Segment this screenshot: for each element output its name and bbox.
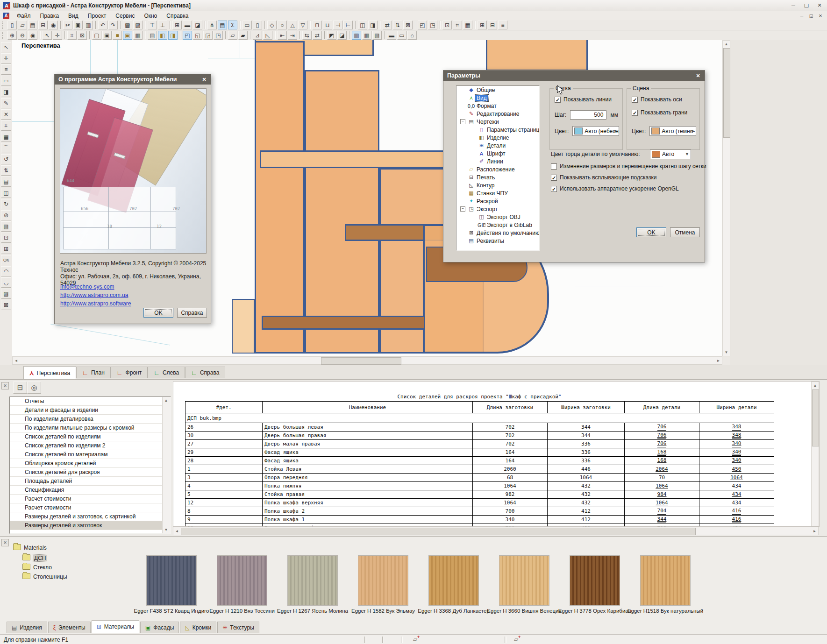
report-list-item[interactable]: Площадь деталей — [10, 477, 162, 486]
tree-item[interactable]: GIB Экспорт в GibLab — [456, 221, 539, 229]
toolbar-button[interactable]: ⋔ — [207, 21, 217, 29]
snap-cube-icon[interactable]: ▱ — [413, 636, 417, 643]
toolbar-button[interactable]: ◫ — [358, 21, 367, 29]
table-row[interactable]: 28 Фасад ящика 164 336 168 340 — [185, 457, 774, 465]
toolbar-button[interactable]: ⊔ — [323, 21, 332, 29]
tree-item[interactable]: ◫ Экспорт OBJ — [456, 213, 539, 221]
tree-item[interactable]: 0,0 Формат — [456, 102, 539, 110]
checkbox-icon[interactable] — [551, 163, 557, 170]
toolbar-button[interactable]: ⊓ — [313, 21, 322, 29]
scroll-left-icon[interactable]: ◄ — [173, 528, 180, 535]
report-list-item[interactable]: Размеры деталей и заготовок, с картинкой — [10, 512, 162, 521]
hscroll-thumb[interactable] — [181, 528, 696, 535]
toolbar-button[interactable]: ◳ — [428, 21, 437, 29]
panel-close-icon[interactable]: ✕ — [1, 382, 9, 389]
about-link[interactable]: http://www.astrapro.software — [60, 300, 131, 307]
tool-button[interactable]: ≡ — [1, 64, 11, 75]
toolbar-button[interactable]: ◱ — [193, 31, 202, 40]
parameters-cancel-button[interactable]: Отмена — [670, 227, 700, 237]
toolbar-button[interactable]: ▦ — [463, 21, 472, 29]
step-input[interactable]: 500 — [570, 110, 606, 120]
toolbar-button[interactable]: ◺ — [263, 31, 272, 40]
tree-item[interactable]: ⊞ Детали — [456, 142, 539, 149]
tree-item[interactable]: ✎ Редактирование — [456, 110, 539, 118]
toolbar-button[interactable]: ⇄ — [383, 21, 392, 29]
print-preview-button[interactable]: ◎ — [27, 382, 41, 394]
scroll-down-icon[interactable]: ▼ — [163, 526, 170, 533]
tree-item[interactable]: ⋏ Вид — [456, 94, 539, 102]
toolbar-button[interactable]: ⊟ — [38, 21, 48, 29]
child-restore-icon[interactable]: ◱ — [806, 12, 816, 19]
toolbar-button[interactable]: ▭ — [397, 31, 406, 40]
table-row[interactable]: 27 Дверь малая правая 702 336 706 340 — [185, 440, 774, 448]
checkbox-icon[interactable]: ✓ — [551, 186, 557, 192]
table-row[interactable]: 12 Полка шкафа верхняя 1064 432 1064 434 — [185, 499, 774, 507]
toolbar-button[interactable]: Σ — [228, 21, 237, 29]
toolbar-button[interactable]: ▤ — [28, 21, 37, 29]
toolbar-button[interactable]: ⊖ — [18, 31, 27, 40]
maximize-icon[interactable]: ▢ — [800, 1, 813, 10]
hscroll-thumb[interactable] — [321, 357, 401, 365]
tree-item[interactable]: ◆ Общие — [456, 86, 539, 94]
toolbar-button[interactable]: ▭ — [242, 21, 252, 29]
close-icon[interactable]: ✕ — [200, 76, 208, 83]
toolbar-button[interactable]: ▣ — [73, 21, 83, 29]
reports-list-scrollbar[interactable]: ▲ ▼ — [162, 397, 171, 533]
materials-tree-item[interactable]: ДСП — [22, 554, 67, 564]
bottom-tab[interactable]: ▤ Изделия — [7, 622, 47, 633]
tool-button[interactable]: ⌗ — [1, 120, 11, 131]
toolbar-button[interactable]: ▰ — [238, 31, 248, 40]
tool-button[interactable]: ↖ — [1, 42, 11, 52]
toolbar-button[interactable]: ⊿ — [253, 31, 262, 40]
toolbar-button[interactable]: ▩ — [123, 21, 132, 29]
scroll-up-icon[interactable]: ▲ — [163, 397, 170, 404]
close-icon[interactable]: ✕ — [813, 1, 826, 10]
tree-item[interactable]: ▯ Параметры страницы — [456, 126, 539, 134]
toolbar-button[interactable]: ◲ — [203, 31, 213, 40]
tool-button[interactable]: ◨ — [1, 87, 11, 97]
report-list-item[interactable]: Расчет стоимости — [10, 495, 162, 503]
materials-tree-root[interactable]: Materials — [13, 544, 47, 551]
viewport-hscrollbar[interactable]: ◄ ► — [12, 356, 722, 365]
about-link[interactable]: info@techno-sys.com — [60, 283, 114, 290]
scene-color-select[interactable]: Авто (темно- ▼ — [649, 126, 696, 136]
preview-vscrollbar[interactable]: ▲ — [811, 382, 819, 526]
material-swatch[interactable] — [217, 555, 267, 606]
toolbar-button[interactable]: ▥ — [352, 31, 361, 40]
toolbar-button[interactable]: ⌂ — [407, 31, 417, 40]
toolbar-button[interactable]: ▤ — [218, 21, 227, 29]
report-list-item[interactable]: Отчеты — [10, 397, 162, 406]
bottom-tab[interactable]: ▣ Фасады — [140, 622, 179, 633]
tree-item[interactable]: ◧ Изделие — [456, 134, 539, 142]
toolbar-button[interactable]: ⊟ — [488, 21, 497, 29]
menu-item[interactable]: Справка — [162, 12, 193, 20]
table-row[interactable]: 30 Дверь большая правая 702 344 706 348 — [185, 432, 774, 440]
toolbar-button[interactable]: ▽ — [298, 21, 307, 29]
tree-item[interactable]: ▦ Станки ЧПУ — [456, 189, 539, 197]
tree-item[interactable]: A Шрифт — [456, 149, 539, 157]
parameters-dialog-title[interactable]: Параметры ✕ — [443, 71, 705, 81]
menu-item[interactable]: Правка — [36, 12, 64, 20]
view-tab[interactable]: ∟ Справа — [185, 367, 225, 378]
panel-close-icon[interactable]: ✕ — [1, 539, 9, 546]
tool-button[interactable]: ▧ — [1, 221, 11, 232]
checkbox-icon[interactable]: ✓ — [632, 110, 638, 116]
tool-button[interactable]: ↻ — [1, 199, 11, 209]
table-row[interactable]: 5 Стойка правая 982 432 984 434 — [185, 490, 774, 499]
toolbar-button[interactable]: ▤ — [148, 31, 157, 40]
toolbar-button[interactable]: ◧ — [158, 31, 167, 40]
bottom-tab[interactable]: ◺ Кромки — [180, 622, 216, 633]
toolbar-button[interactable]: ≡ — [498, 21, 507, 29]
toolbar-button[interactable]: ▬ — [183, 21, 192, 29]
viewport-vscrollbar[interactable]: ▲ ▼ — [722, 40, 730, 356]
table-row[interactable]: 26 Дверь большая левая 702 344 706 348 — [185, 423, 774, 432]
toolbar-button[interactable]: ▥ — [84, 21, 93, 29]
tree-item[interactable]: ◺ Контур — [456, 181, 539, 189]
tool-button[interactable]: ✕ — [1, 109, 11, 120]
scroll-up-icon[interactable]: ▲ — [723, 41, 730, 48]
toolbar-button[interactable]: ■ — [113, 31, 122, 40]
toolbar-button[interactable]: ▱ — [18, 21, 27, 29]
show-faces-checkbox[interactable]: ✓ Показывать грани — [632, 109, 687, 116]
table-row[interactable]: 1 Стойка Левая 2060 446 2064 450 — [185, 465, 774, 474]
option-checkbox[interactable]: ✓ Показывать всплывающие подсказки — [551, 174, 706, 181]
